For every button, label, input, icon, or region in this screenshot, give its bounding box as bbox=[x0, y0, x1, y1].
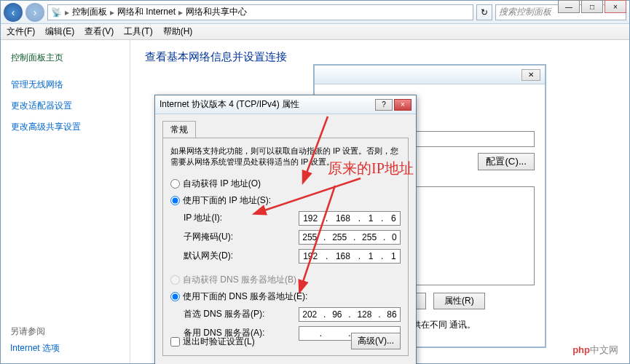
dialog-help-button[interactable]: ? bbox=[375, 99, 393, 111]
tab-general[interactable]: 常规 bbox=[162, 121, 196, 138]
dns1-label: 首选 DNS 服务器(P): bbox=[184, 308, 264, 320]
radio-auto-ip-input[interactable] bbox=[170, 179, 180, 189]
instruction-text: 如果网络支持此功能，则可以获取自动指派的 IP 设置。否则，您需要从网络系统管理… bbox=[170, 146, 401, 168]
breadcrumb[interactable]: 📡 ▸ 控制面板 ▸ 网络和 Internet ▸ 网络和共享中心 bbox=[47, 4, 473, 20]
radio-manual-ip-input[interactable] bbox=[170, 196, 180, 205]
breadcrumb-item[interactable]: 网络和共享中心 bbox=[186, 6, 247, 18]
nav-forward-button[interactable]: › bbox=[25, 3, 44, 22]
breadcrumb-item[interactable]: 控制面板 bbox=[72, 6, 107, 18]
window-maximize-button[interactable]: □ bbox=[581, 0, 603, 13]
navigation-bar: ‹ › 📡 ▸ 控制面板 ▸ 网络和 Internet ▸ 网络和共享中心 ↻ … bbox=[1, 1, 629, 24]
configure-button[interactable]: 配置(C)... bbox=[478, 153, 535, 170]
radio-auto-ip[interactable]: 自动获得 IP 地址(O) bbox=[170, 175, 401, 192]
gateway-label: 默认网关(D): bbox=[184, 250, 233, 262]
menu-edit[interactable]: 编辑(E) bbox=[45, 25, 74, 38]
sidebar-link-wireless[interactable]: 管理无线网络 bbox=[1, 74, 130, 95]
sidebar-title: 控制面板主页 bbox=[1, 47, 130, 68]
radio-manual-ip[interactable]: 使用下面的 IP 地址(S): bbox=[170, 192, 401, 209]
gateway-input[interactable]: 192. 168. 1. 1 bbox=[299, 249, 401, 264]
ip-address-input[interactable]: 192. 168. 1. 6 bbox=[299, 211, 401, 226]
menu-help[interactable]: 帮助(H) bbox=[163, 25, 193, 38]
nav-back-button[interactable]: ‹ bbox=[4, 3, 23, 22]
content-title: 查看基本网络信息并设置连接 bbox=[145, 50, 615, 64]
menu-tools[interactable]: 工具(T) bbox=[124, 25, 152, 38]
radio-auto-dns-input bbox=[170, 275, 180, 285]
panel-close-button[interactable]: ✕ bbox=[521, 69, 540, 81]
radio-manual-dns[interactable]: 使用下面的 DNS 服务器地址(E): bbox=[170, 288, 401, 305]
ip-address-label: IP 地址(I): bbox=[184, 212, 222, 224]
sidebar-link-adapter[interactable]: 更改适配器设置 bbox=[1, 95, 130, 116]
validate-checkbox[interactable] bbox=[170, 337, 180, 347]
tcpip-properties-dialog: Internet 协议版本 4 (TCP/IPv4) 属性 ? × 常规 如果网… bbox=[154, 95, 417, 364]
subnet-mask-input[interactable]: 255. 255. 255. 0 bbox=[299, 230, 401, 245]
sidebar-see-also: 另请参阅 bbox=[10, 323, 60, 340]
sidebar-link-sharing[interactable]: 更改高级共享设置 bbox=[1, 116, 130, 138]
breadcrumb-item[interactable]: 网络和 Internet bbox=[117, 6, 176, 18]
radio-manual-dns-input[interactable] bbox=[170, 292, 180, 301]
menu-bar: 文件(F) 编辑(E) 查看(V) 工具(T) 帮助(H) bbox=[1, 24, 629, 40]
window-minimize-button[interactable]: — bbox=[558, 0, 580, 13]
dialog-title: Internet 协议版本 4 (TCP/IPv4) 属性 bbox=[160, 98, 299, 111]
menu-file[interactable]: 文件(F) bbox=[7, 25, 35, 38]
subnet-mask-label: 子网掩码(U): bbox=[184, 231, 233, 243]
window-close-button[interactable]: × bbox=[605, 0, 626, 13]
dns1-input[interactable]: 202. 96. 128. 86 bbox=[299, 307, 401, 322]
dialog-close-button[interactable]: × bbox=[394, 99, 412, 111]
properties-button[interactable]: 属性(R) bbox=[433, 293, 485, 309]
sidebar: 控制面板主页 管理无线网络 更改适配器设置 更改高级共享设置 另请参阅 Inte… bbox=[1, 40, 130, 363]
breadcrumb-icon: 📡 bbox=[51, 7, 62, 17]
validate-checkbox-row[interactable]: 退出时验证设置(L) bbox=[170, 336, 255, 348]
radio-auto-dns: 自动获得 DNS 服务器地址(B) bbox=[170, 272, 401, 288]
advanced-button[interactable]: 高级(V)... bbox=[351, 333, 401, 349]
watermark-logo: php中文网 bbox=[565, 341, 626, 360]
sidebar-link-internet-options[interactable]: Internet 选项 bbox=[10, 340, 60, 357]
menu-view[interactable]: 查看(V) bbox=[84, 25, 114, 38]
dialog-titlebar[interactable]: Internet 协议版本 4 (TCP/IPv4) 属性 ? × bbox=[155, 95, 416, 114]
refresh-button[interactable]: ↻ bbox=[476, 4, 492, 20]
